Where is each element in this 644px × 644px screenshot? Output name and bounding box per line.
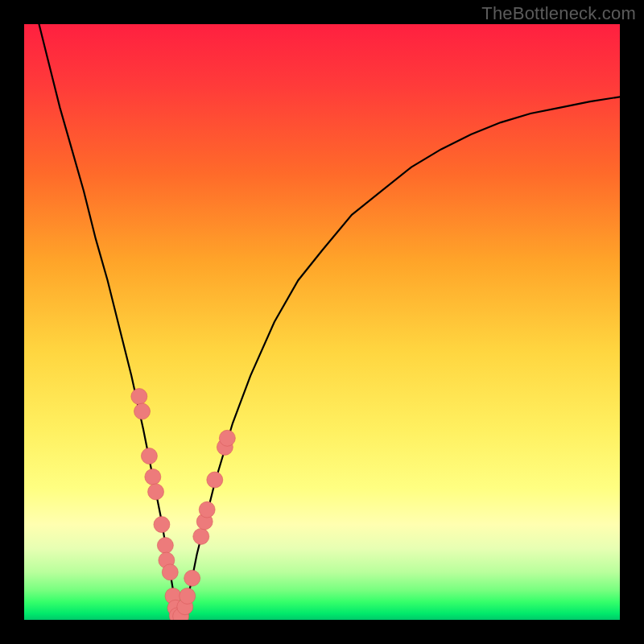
data-marker: [207, 472, 223, 488]
data-marker: [148, 484, 164, 500]
chart-plot-area: [24, 24, 620, 620]
data-marker: [134, 403, 151, 419]
data-marker: [141, 448, 157, 464]
data-marker: [184, 570, 200, 586]
chart-svg: [24, 24, 620, 620]
data-marker: [180, 588, 196, 604]
watermark-text: TheBottleneck.com: [481, 3, 636, 24]
data-marker: [131, 389, 147, 405]
data-marker: [145, 469, 161, 485]
data-marker: [154, 517, 170, 533]
chart-frame: TheBottleneck.com: [0, 0, 644, 644]
data-marker: [199, 502, 215, 518]
data-marker: [219, 430, 235, 446]
marker-group: [131, 389, 235, 620]
data-marker: [162, 564, 178, 580]
data-marker: [193, 528, 209, 544]
data-marker: [157, 538, 173, 554]
bottleneck-curve: [24, 24, 620, 617]
